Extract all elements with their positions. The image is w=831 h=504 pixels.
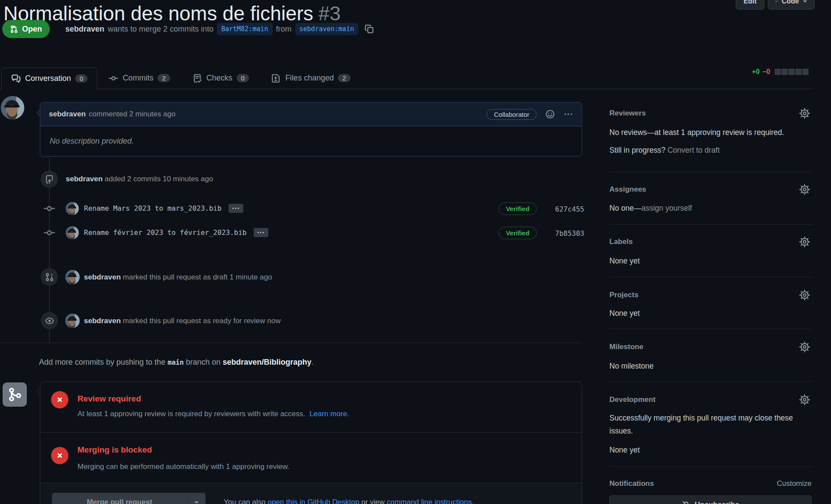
avatar[interactable] bbox=[65, 270, 80, 284]
merging-blocked-title: Merging is blocked bbox=[77, 445, 152, 455]
tab-label: Commits bbox=[122, 74, 153, 83]
tab-commits[interactable]: Commits 2 bbox=[97, 67, 181, 89]
event-ready: sebdraven marked this pull request as re… bbox=[84, 317, 281, 325]
reviewers-progress: Still in progress? Convert to draft bbox=[609, 144, 720, 157]
git-commit-icon bbox=[44, 203, 55, 214]
gear-icon[interactable] bbox=[799, 236, 810, 247]
github-desktop-link[interactable]: open this in GitHub Desktop bbox=[267, 498, 359, 504]
event-text: added 2 commits 10 minutes ago bbox=[105, 175, 213, 183]
verified-badge[interactable]: Verified bbox=[499, 202, 537, 215]
commit-message-link[interactable]: Rename février 2023 to février_2023.bib bbox=[84, 228, 247, 237]
commit-expand-button[interactable] bbox=[229, 204, 243, 213]
verified-badge[interactable]: Verified bbox=[499, 227, 537, 239]
tab-count: 2 bbox=[158, 74, 170, 82]
tab-files-changed[interactable]: Files changed 2 bbox=[260, 67, 361, 89]
merge-button-label: Merge pull request bbox=[52, 493, 187, 504]
gear-icon[interactable] bbox=[799, 394, 810, 405]
tab-conversation[interactable]: Conversation 0 bbox=[1, 67, 97, 89]
merge-options-button[interactable] bbox=[187, 493, 206, 504]
sidebar-labels-title: Labels bbox=[609, 238, 633, 246]
avatar[interactable] bbox=[66, 202, 79, 215]
event-author-link[interactable]: sebdraven bbox=[84, 273, 121, 281]
sidebar-development-title: Development bbox=[609, 395, 656, 404]
review-required-title: Review required bbox=[77, 394, 141, 404]
tab-count: 2 bbox=[338, 74, 350, 82]
comment-discussion-icon bbox=[11, 74, 21, 83]
sidebar-divider bbox=[609, 277, 812, 277]
push-note-middle: branch on bbox=[184, 358, 222, 366]
emoji-reaction-icon[interactable] bbox=[545, 109, 555, 119]
command-line-link[interactable]: command line instructions bbox=[387, 498, 472, 504]
projects-body: None yet bbox=[609, 307, 640, 320]
copy-icon[interactable] bbox=[364, 24, 374, 34]
gear-icon[interactable] bbox=[799, 108, 810, 119]
development-none: None yet bbox=[609, 443, 640, 456]
labels-body: None yet bbox=[609, 254, 640, 267]
merge-pull-request-button[interactable]: Merge pull request bbox=[52, 493, 206, 504]
event-author-link[interactable]: sebdraven bbox=[66, 175, 103, 183]
convert-to-draft-link[interactable]: Convert to draft bbox=[667, 146, 720, 154]
git-commit-icon bbox=[109, 74, 118, 83]
unsubscribe-button[interactable]: Unsubscribe bbox=[609, 495, 812, 504]
tab-label: Conversation bbox=[25, 74, 71, 83]
push-note-repo: sebdraven/Bibliography bbox=[223, 358, 312, 366]
alt-prefix: You can also bbox=[224, 498, 267, 504]
sidebar-reviewers-title: Reviewers bbox=[609, 109, 646, 118]
x-icon bbox=[55, 395, 64, 404]
tab-checks[interactable]: Checks 0 bbox=[181, 67, 260, 89]
development-body: Successfully merging this pull request m… bbox=[609, 411, 812, 437]
push-note: Add more commits by pushing to the main … bbox=[39, 358, 314, 367]
commit-row: Rename février 2023 to février_2023.bib bbox=[84, 228, 268, 237]
progress-prefix: Still in progress? bbox=[609, 146, 667, 154]
file-diff-icon bbox=[271, 74, 281, 83]
pr-state-row: Open sebdraven wants to merge 2 commits … bbox=[2, 20, 374, 38]
git-merge-badge bbox=[3, 382, 27, 407]
push-note-branch: main bbox=[167, 359, 184, 366]
event-text: marked this pull request as draft 1 minu… bbox=[123, 273, 272, 281]
git-commit-icon bbox=[44, 227, 55, 238]
learn-more-link[interactable]: Learn more. bbox=[309, 410, 349, 418]
push-note-prefix: Add more commits by pushing to the bbox=[39, 358, 167, 366]
tab-count: 0 bbox=[75, 74, 87, 83]
status-badge: Open bbox=[2, 20, 50, 38]
ready-event-badge bbox=[41, 312, 58, 329]
alt-suffix: . bbox=[472, 498, 474, 504]
avatar[interactable] bbox=[66, 226, 79, 239]
sidebar-milestone-title: Milestone bbox=[609, 343, 643, 351]
commit-sha-link[interactable]: 627c455 bbox=[551, 205, 584, 213]
gear-icon[interactable] bbox=[799, 289, 810, 301]
commit-sha-link[interactable]: 7b85303 bbox=[551, 229, 584, 238]
assign-yourself-link[interactable]: assign yourself bbox=[641, 204, 692, 212]
sidebar-projects-title: Projects bbox=[609, 291, 638, 299]
event-draft: sebdraven marked this pull request as dr… bbox=[84, 273, 272, 282]
avatar[interactable] bbox=[1, 96, 24, 119]
kebab-menu-icon[interactable] bbox=[564, 109, 573, 119]
head-branch-label[interactable]: sebdraven:main bbox=[295, 23, 358, 35]
sidebar-divider bbox=[609, 382, 812, 382]
comment-card: sebdraven commented 2 minutes ago Collab… bbox=[40, 102, 582, 157]
comment-body: No description provided. bbox=[40, 126, 582, 156]
sidebar-assignees-title: Assignees bbox=[609, 185, 646, 194]
event-author-link[interactable]: sebdraven bbox=[84, 317, 121, 325]
bell-slash-icon bbox=[682, 501, 690, 504]
event-text: marked this pull request as ready for re… bbox=[123, 317, 281, 325]
x-circle-icon bbox=[51, 391, 68, 408]
alt-middle: or view bbox=[359, 498, 387, 504]
chevron-down-icon bbox=[194, 501, 199, 504]
commit-message-link[interactable]: Rename Mars 2023 to mars_2023.bib bbox=[84, 204, 222, 212]
event-pushed: sebdraven added 2 commits 10 minutes ago bbox=[66, 175, 213, 183]
push-note-suffix: . bbox=[312, 358, 314, 366]
base-branch-label[interactable]: BartM82:main bbox=[217, 23, 272, 35]
gear-icon[interactable] bbox=[799, 184, 810, 195]
unsubscribe-label: Unsubscribe bbox=[695, 501, 739, 504]
comment-author-link[interactable]: sebdraven bbox=[49, 110, 86, 119]
customize-link[interactable]: Customize bbox=[777, 479, 812, 488]
commit-expand-button[interactable] bbox=[254, 228, 268, 237]
collaborator-badge: Collaborator bbox=[486, 109, 537, 120]
author-link[interactable]: sebdraven bbox=[65, 25, 104, 34]
from-word: from bbox=[276, 25, 292, 34]
gear-icon[interactable] bbox=[799, 341, 810, 353]
sidebar-notifications-title: Notifications bbox=[609, 479, 654, 488]
assignees-none: No one— bbox=[609, 204, 641, 212]
avatar[interactable] bbox=[65, 314, 80, 328]
